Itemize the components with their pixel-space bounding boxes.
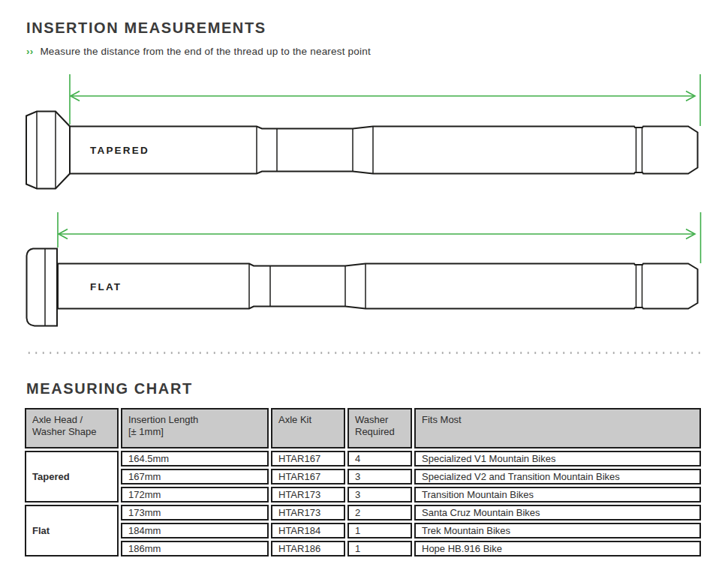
cell-axle-kit: HTAR167 bbox=[271, 469, 345, 484]
table-row: 184mm HTAR184 1 Trek Mountain Bikes bbox=[25, 523, 701, 538]
table-row: 167mm HTAR167 3 Specialized V2 and Trans… bbox=[25, 469, 701, 484]
th-axle-kit: Axle Kit bbox=[271, 408, 345, 448]
th-insertion-length: Insertion Length [± 1mm] bbox=[121, 408, 269, 448]
flat-label: FLAT bbox=[90, 281, 122, 292]
cell-fits-most: Santa Cruz Mountain Bikes bbox=[414, 505, 701, 520]
flat-axle-head bbox=[27, 249, 58, 326]
cell-washer-count: 2 bbox=[347, 505, 412, 520]
table-row: Tapered 164.5mm HTAR167 4 Specialized V1… bbox=[25, 451, 701, 466]
cell-fits-most: Specialized V1 Mountain Bikes bbox=[414, 451, 701, 466]
table-row: 186mm HTAR186 1 Hope HB.916 Bike bbox=[25, 541, 701, 556]
cell-insertion-length: 164.5mm bbox=[121, 451, 269, 466]
cell-insertion-length: 173mm bbox=[121, 505, 269, 520]
cell-washer-count: 4 bbox=[347, 451, 412, 466]
cell-washer-count: 1 bbox=[347, 541, 412, 556]
dimension-arrow-tapered bbox=[70, 74, 700, 126]
flat-axle-body bbox=[58, 264, 698, 309]
cell-fits-most: Hope HB.916 Bike bbox=[414, 541, 701, 556]
cell-washer-count: 3 bbox=[347, 469, 412, 484]
cell-insertion-length: 186mm bbox=[121, 541, 269, 556]
th-washer-required: Washer Required bbox=[347, 408, 412, 448]
cell-fits-most: Trek Mountain Bikes bbox=[414, 523, 701, 538]
cell-insertion-length: 167mm bbox=[121, 469, 269, 484]
cell-insertion-length: 184mm bbox=[121, 523, 269, 538]
cell-fits-most: Specialized V2 and Transition Mountain B… bbox=[414, 469, 701, 484]
cell-axle-kit: HTAR173 bbox=[271, 505, 345, 520]
cell-fits-most: Transition Mountain Bikes bbox=[414, 487, 701, 502]
tapered-axle-head bbox=[26, 112, 70, 189]
axle-diagrams: TAPERED FLAT bbox=[0, 0, 728, 345]
cell-axle-kit: HTAR173 bbox=[271, 487, 345, 502]
th-fits-most: Fits Most bbox=[414, 408, 701, 448]
th-axle-head-washer-shape: Axle Head / Washer Shape bbox=[25, 408, 119, 448]
cell-washer-count: 3 bbox=[347, 487, 412, 502]
cell-insertion-length: 172mm bbox=[121, 487, 269, 502]
cell-axle-kit: HTAR184 bbox=[271, 523, 345, 538]
tapered-label: TAPERED bbox=[90, 145, 149, 156]
cell-axle-kit: HTAR167 bbox=[271, 451, 345, 466]
table-row: 172mm HTAR173 3 Transition Mountain Bike… bbox=[25, 487, 701, 502]
tapered-axle-drawing: TAPERED bbox=[26, 112, 698, 189]
cell-washer-count: 1 bbox=[347, 523, 412, 538]
measuring-table: Axle Head / Washer Shape Insertion Lengt… bbox=[23, 406, 703, 559]
cell-axle-shape: Flat bbox=[25, 505, 119, 556]
flat-axle-drawing: FLAT bbox=[27, 249, 698, 326]
dimension-arrow-flat bbox=[58, 212, 701, 263]
dotted-divider bbox=[26, 352, 700, 354]
chart-title: MEASURING CHART bbox=[26, 380, 193, 397]
table-header-row: Axle Head / Washer Shape Insertion Lengt… bbox=[25, 408, 701, 448]
cell-axle-kit: HTAR186 bbox=[271, 541, 345, 556]
cell-axle-shape: Tapered bbox=[25, 451, 119, 502]
tapered-axle-body bbox=[70, 127, 698, 174]
table-row: Flat 173mm HTAR173 2 Santa Cruz Mountain… bbox=[25, 505, 701, 520]
